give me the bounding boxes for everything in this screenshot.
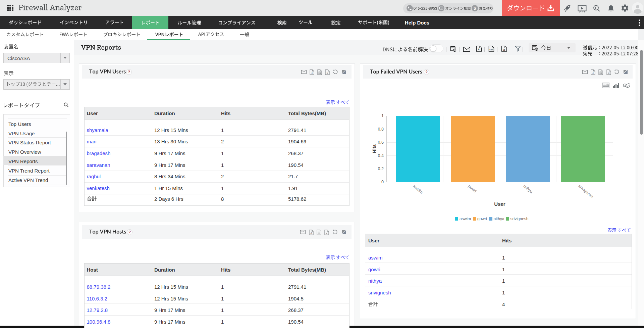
svg-text:A: A <box>478 48 480 51</box>
svg-text:x: x <box>503 48 505 51</box>
svg-text:x: x <box>327 72 328 75</box>
svg-text:csv: csv <box>490 48 493 51</box>
svg-text:$: $ <box>474 6 476 11</box>
svg-text:A: A <box>310 232 312 234</box>
svg-text:x: x <box>608 72 610 75</box>
svg-text:x: x <box>326 232 327 235</box>
svg-text:A: A <box>311 72 313 74</box>
svg-text:A: A <box>592 72 594 74</box>
